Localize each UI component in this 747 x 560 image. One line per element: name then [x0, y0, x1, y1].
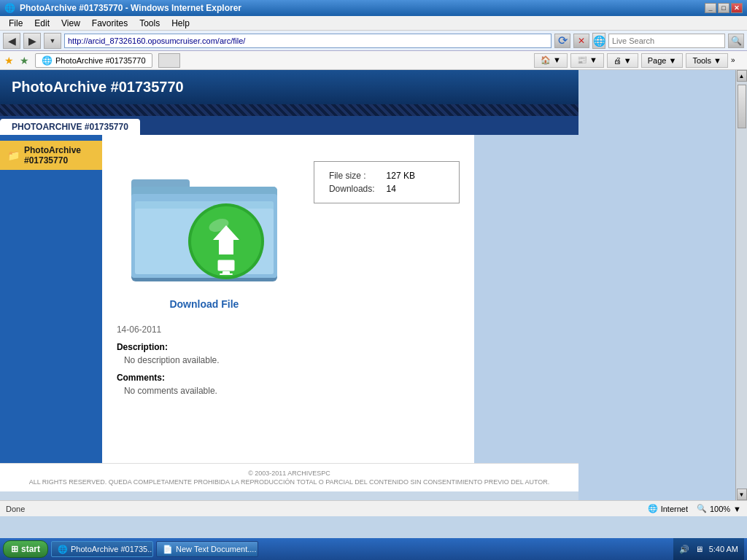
folder-download-image	[117, 147, 292, 292]
new-tab-button[interactable]	[158, 53, 180, 68]
description-label: Description:	[117, 342, 460, 352]
footer-copyright: © 2003-2011 ARCHIVESPC	[6, 470, 573, 477]
downloads-value: 14	[378, 182, 418, 195]
zoom-level: 100%	[710, 505, 730, 513]
status-text: Done	[6, 505, 25, 513]
download-section: Download File File size : 127 KB Downloa…	[117, 147, 460, 310]
globe-icon: 🌐	[648, 504, 658, 513]
favorites-feeds-star[interactable]: ★	[20, 55, 29, 66]
page-frame: PhotoArchive #01735770 PHOTOARCHIVE #017…	[0, 70, 578, 500]
url-input[interactable]	[64, 34, 551, 48]
page-button[interactable]: Page ▼	[641, 53, 684, 68]
sidebar-item-photoarchive[interactable]: 📁 PhotoArchive #01735770	[0, 141, 102, 170]
feeds-button[interactable]: 📰 ▼	[570, 53, 604, 68]
folder-icon: 📁	[7, 149, 20, 161]
title-bar: 🌐 PhotoArchive #01735770 - Windows Inter…	[0, 0, 747, 16]
taskbar: ⊞ start 🌐 PhotoArchive #01735... 📄 New T…	[0, 538, 747, 560]
favorites-bar: ★ ★ 🌐 PhotoArchive #01735770 🏠 ▼ 📰 ▼ 🖨 ▼…	[0, 51, 747, 70]
clock: 5:40 AM	[709, 545, 738, 553]
archive-date: 14-06-2011	[117, 324, 161, 335]
toolbar-overflow[interactable]: »	[731, 53, 743, 68]
file-info-box: File size : 127 KB Downloads: 14	[314, 161, 460, 203]
start-label: start	[21, 544, 40, 554]
add-favorites-star[interactable]: ★	[4, 55, 14, 66]
main-content: Download File File size : 127 KB Downloa…	[102, 135, 474, 463]
search-input[interactable]	[608, 34, 725, 48]
maximize-button[interactable]: □	[718, 3, 729, 13]
home-button[interactable]: 🏠 ▼	[534, 53, 568, 68]
menu-tools[interactable]: Tools	[133, 17, 166, 30]
site-header: PhotoArchive #01735770	[0, 70, 578, 104]
vertical-scrollbar: ▲ ▼	[735, 70, 747, 500]
outer-right-panel	[578, 70, 747, 500]
security-zone: 🌐 Internet	[648, 504, 688, 513]
start-button[interactable]: ⊞ start	[3, 540, 48, 558]
browser-tab-active[interactable]: 🌐 PhotoArchive #01735770	[35, 53, 152, 68]
taskbar-notepad-icon: 📄	[163, 545, 173, 554]
system-tray: 🔊 🖥 5:40 AM	[673, 538, 744, 560]
taskbar-notepad-button[interactable]: 📄 New Text Document....	[156, 541, 258, 557]
file-size-label: File size :	[326, 169, 378, 182]
decorative-stripe	[0, 104, 578, 116]
tab-label: PhotoArchive #01735770	[55, 56, 146, 65]
stop-button[interactable]: ✕	[573, 34, 589, 48]
menu-bar: File Edit View Favorites Tools Help	[0, 16, 747, 31]
file-size-value: 127 KB	[378, 169, 418, 182]
menu-view[interactable]: View	[55, 17, 86, 30]
browser-icon: 🌐	[4, 3, 15, 13]
tools-button[interactable]: Tools ▼	[686, 53, 728, 68]
comments-label: Comments:	[117, 373, 460, 383]
back-button[interactable]: ◀	[3, 33, 20, 49]
ie-icon: 🌐	[42, 55, 53, 66]
live-search-icon: 🌐	[592, 33, 605, 49]
close-button[interactable]: ✕	[731, 3, 743, 13]
sidebar: 📁 PhotoArchive #01735770	[0, 135, 102, 463]
menu-favorites[interactable]: Favorites	[86, 17, 133, 30]
right-panel	[474, 135, 578, 463]
comments-section: Comments: No comments available.	[117, 373, 460, 396]
dropdown-button[interactable]: ▼	[44, 33, 61, 49]
menu-help[interactable]: Help	[166, 17, 196, 30]
taskbar-ie-icon: 🌐	[58, 545, 68, 554]
zoom-icon: 🔍	[697, 504, 707, 513]
svg-rect-11	[220, 273, 233, 275]
zoom-dropdown-icon: ▼	[733, 505, 741, 513]
zoom-control[interactable]: 🔍 100% ▼	[697, 504, 741, 513]
folder-container: Download File	[117, 147, 292, 310]
scroll-down-button[interactable]: ▼	[737, 489, 747, 500]
page-footer: © 2003-2011 ARCHIVESPC ALL RIGHTS RESERV…	[0, 463, 578, 491]
footer-legal: ALL RIGHTS RESERVED. QUEDA COMPLETAMENTE…	[6, 478, 573, 486]
refresh-button[interactable]: ⟳	[554, 34, 570, 48]
taskbar-notepad-label: New Text Document....	[176, 545, 256, 553]
svg-rect-9	[217, 260, 235, 271]
search-button[interactable]: 🔍	[728, 34, 744, 48]
window-title: PhotoArchive #01735770 - Windows Interne…	[20, 3, 241, 13]
download-file-link[interactable]: Download File	[169, 298, 239, 310]
forward-button[interactable]: ▶	[23, 33, 41, 49]
menu-file[interactable]: File	[3, 17, 28, 30]
scroll-up-button[interactable]: ▲	[737, 70, 747, 82]
status-bar: Done 🌐 Internet 🔍 100% ▼	[0, 500, 747, 516]
network-icon: 🖥	[695, 545, 703, 553]
photo-archive-tab[interactable]: PHOTOARCHIVE #01735770	[0, 119, 140, 135]
comments-value: No comments available.	[124, 386, 460, 396]
site-title: PhotoArchive #01735770	[12, 79, 184, 95]
page-tab-bar: PHOTOARCHIVE #01735770	[0, 116, 578, 135]
windows-logo: ⊞	[11, 544, 18, 554]
address-bar: ◀ ▶ ▼ ⟳ ✕ 🌐 🔍	[0, 31, 747, 51]
date-section: 14-06-2011	[117, 324, 460, 335]
taskbar-ie-button[interactable]: 🌐 PhotoArchive #01735...	[51, 541, 153, 557]
print-button[interactable]: 🖨 ▼	[607, 53, 638, 68]
zone-label: Internet	[661, 505, 688, 513]
downloads-label: Downloads:	[326, 182, 378, 195]
scroll-thumb[interactable]	[738, 85, 746, 128]
description-value: No description available.	[124, 355, 460, 365]
scroll-track[interactable]	[737, 82, 747, 489]
main-area: PhotoArchive #01735770 PHOTOARCHIVE #017…	[0, 70, 747, 500]
minimize-button[interactable]: _	[705, 3, 716, 13]
sidebar-item-label: PhotoArchive #01735770	[24, 145, 95, 166]
taskbar-ie-label: PhotoArchive #01735...	[71, 545, 153, 553]
menu-edit[interactable]: Edit	[28, 17, 55, 30]
speaker-icon: 🔊	[679, 545, 689, 554]
description-section: Description: No description available.	[117, 342, 460, 365]
